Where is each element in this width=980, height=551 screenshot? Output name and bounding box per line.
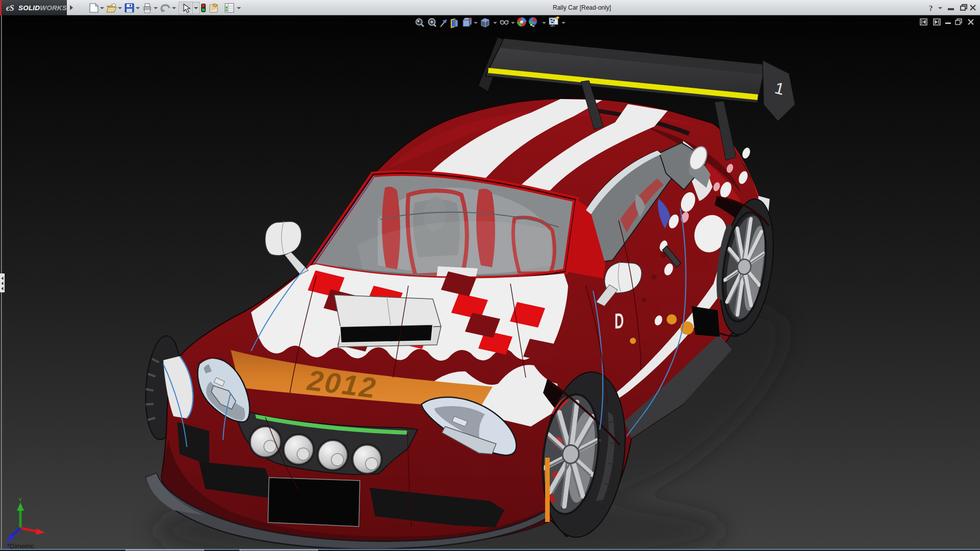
svg-text:*Dimetric: *Dimetric <box>7 542 34 550</box>
svg-text:SOLIDWORKS: SOLIDWORKS <box>18 4 67 12</box>
svg-text:D: D <box>615 309 624 333</box>
svg-text:Y: Y <box>18 497 22 503</box>
svg-text:?: ? <box>929 4 933 12</box>
svg-text:єS: єS <box>6 4 14 12</box>
svg-text:Rally Car [Read-only]: Rally Car [Read-only] <box>553 4 611 11</box>
